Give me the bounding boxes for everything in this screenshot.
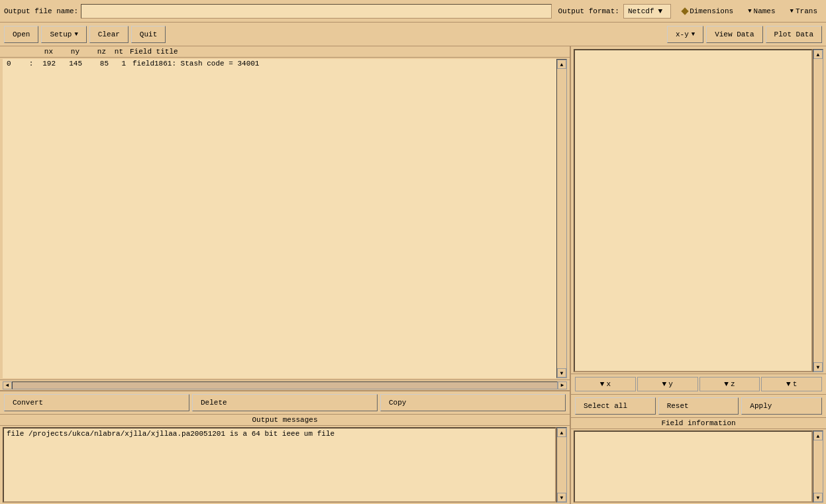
output-file-input[interactable]	[81, 4, 551, 19]
bottom-left: Convert Delete Copy Output messages file…	[0, 391, 570, 504]
scroll-up-btn[interactable]: ▲	[557, 60, 566, 69]
output-format-select[interactable]: Netcdf ▼	[623, 4, 671, 19]
table-row[interactable]: 0 : 192 145 85 1 field1861: Stash code =…	[3, 59, 556, 68]
field-list-body[interactable]: 0 : 192 145 85 1 field1861: Stash code =…	[3, 59, 556, 378]
field-list-container: nx ny nz nt Field title 0 : 192 145 85 1…	[0, 46, 570, 391]
field-info-vscroll[interactable]: ▲ ▼	[813, 430, 823, 503]
msg-scroll-down[interactable]: ▼	[557, 493, 566, 502]
field-idx: 0	[7, 60, 26, 68]
fi-scroll-up[interactable]: ▲	[813, 431, 823, 440]
h-scrollbar[interactable]	[12, 381, 558, 389]
open-button[interactable]: Open	[4, 26, 38, 43]
tab-trans[interactable]: ▼ Trans	[786, 5, 822, 17]
tab-dimensions[interactable]: Dimensions	[678, 5, 738, 17]
rdata-scroll-down[interactable]: ▼	[813, 362, 823, 372]
field-info-body	[574, 430, 813, 503]
msg-scroll-up[interactable]: ▲	[557, 428, 566, 437]
scroll-left-btn[interactable]: ◄	[3, 381, 12, 389]
t-axis-select[interactable]: ▼ t	[761, 377, 822, 391]
z-axis-select[interactable]: ▼ z	[699, 377, 760, 391]
diamond-icon	[681, 7, 688, 15]
scroll-down-btn[interactable]: ▼	[557, 368, 566, 378]
list-vscroll[interactable]: ▲ ▼	[556, 59, 567, 378]
quit-button[interactable]: Quit	[131, 26, 166, 43]
field-info-section: Field information ▲ ▼	[571, 418, 826, 504]
tab-names[interactable]: ▼ Names	[743, 5, 780, 17]
toolbar: Open Setup ▼ Clear Quit x-y ▼ View Data …	[0, 23, 826, 46]
messages-header: Output messages	[0, 415, 570, 426]
h-scrollbar-area: ◄ ►	[0, 379, 570, 390]
x-axis-select[interactable]: ▼ x	[575, 377, 636, 391]
field-info-header: Field information	[571, 418, 826, 429]
output-file-label: Output file name:	[4, 7, 78, 15]
messages-body: file /projects/ukca/nlabra/xjlla/xjllaa.…	[3, 427, 556, 503]
copy-button[interactable]: Copy	[380, 394, 566, 411]
messages-section: Output messages file /projects/ukca/nlab…	[0, 415, 570, 504]
convert-button[interactable]: Convert	[4, 394, 189, 411]
top-bar: Output file name: Output format: Netcdf …	[0, 0, 826, 23]
axis-selectors: ▼ x ▼ y ▼ z ▼ t	[571, 374, 826, 395]
field-info-body-wrapper: ▲ ▼	[574, 430, 823, 503]
field-list-header: nx ny nz nt Field title	[0, 46, 570, 58]
apply-button[interactable]: Apply	[741, 397, 822, 415]
scroll-right-btn[interactable]: ►	[558, 381, 567, 389]
rdata-scroll-up[interactable]: ▲	[813, 50, 823, 59]
action-bar: Convert Delete Copy	[0, 391, 570, 415]
body-layout: nx ny nz nt Field title 0 : 192 145 85 1…	[0, 46, 826, 504]
plot-data-button[interactable]: Plot Data	[766, 26, 822, 43]
right-panel: ▲ ▼ ▼ x ▼ y ▼ z	[571, 46, 826, 504]
right-data-area-wrapper: ▲ ▼	[574, 49, 823, 372]
y-axis-select[interactable]: ▼ y	[637, 377, 698, 391]
xy-button[interactable]: x-y ▼	[667, 26, 703, 43]
clear-button[interactable]: Clear	[89, 26, 129, 43]
delete-button[interactable]: Delete	[192, 394, 378, 411]
select-all-button[interactable]: Select all	[575, 397, 656, 415]
messages-vscroll[interactable]: ▲ ▼	[556, 427, 567, 503]
right-panel-tabs: Dimensions ▼ Names ▼ Trans	[678, 5, 822, 17]
left-panel: nx ny nz nt Field title 0 : 192 145 85 1…	[0, 46, 571, 504]
output-format-label: Output format:	[558, 7, 619, 15]
fi-scroll-down[interactable]: ▼	[813, 493, 823, 502]
setup-button[interactable]: Setup ▼	[41, 26, 86, 43]
right-data-area	[574, 49, 813, 372]
right-action-bar: Select all Reset Apply	[571, 395, 826, 418]
reset-button[interactable]: Reset	[658, 397, 739, 415]
right-data-vscroll[interactable]: ▲ ▼	[813, 49, 823, 372]
view-data-button[interactable]: View Data	[706, 26, 762, 43]
